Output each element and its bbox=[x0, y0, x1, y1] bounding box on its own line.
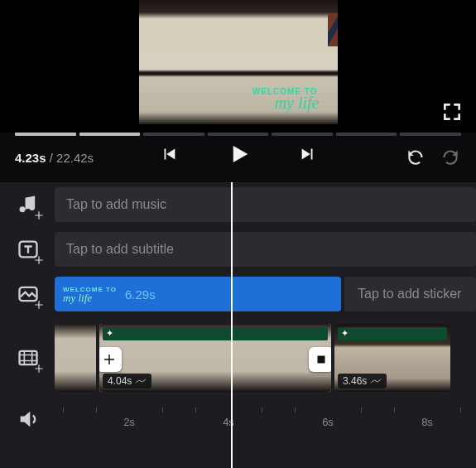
add-music-button[interactable] bbox=[10, 186, 46, 223]
sticker-add-area[interactable]: Tap to add sticker bbox=[344, 277, 476, 311]
video-lane: ✦ 4.04s ✦ 3.46s bbox=[55, 323, 476, 393]
sticker-placeholder: Tap to add sticker bbox=[358, 287, 461, 302]
clip-effect-bar bbox=[338, 327, 447, 340]
sticker-clip[interactable]: WELCOME TO my life 6.29s bbox=[55, 277, 341, 311]
video-clip-1[interactable]: ✦ 4.04s bbox=[99, 324, 331, 392]
skip-prev-icon bbox=[160, 145, 178, 163]
music-track-row: Tap to add music bbox=[0, 182, 476, 227]
ruler-label: 6s bbox=[322, 416, 334, 428]
time-ruler[interactable]: 2s 4s 6s 8s bbox=[55, 403, 476, 436]
video-editor-screen: WELCOME TO my life 4.23s / 22.42s bbox=[0, 0, 476, 468]
volume-button[interactable] bbox=[10, 401, 46, 437]
ease-curve-icon bbox=[370, 377, 382, 385]
play-button[interactable] bbox=[224, 139, 253, 169]
sticker-clip-thumbnail: WELCOME TO my life bbox=[63, 286, 117, 302]
watermark-text-2: my life bbox=[275, 94, 320, 113]
fullscreen-icon bbox=[441, 101, 463, 123]
sticker-clip-duration: 6.29s bbox=[125, 287, 156, 302]
trim-handle-right[interactable] bbox=[309, 347, 331, 372]
preview-frame[interactable]: WELCOME TO my life bbox=[139, 0, 338, 124]
music-placeholder: Tap to add music bbox=[66, 197, 166, 212]
preview-content-decoration bbox=[328, 13, 338, 46]
star-icon: ✦ bbox=[106, 328, 113, 339]
fullscreen-button[interactable] bbox=[441, 101, 464, 124]
plus-badge-icon bbox=[33, 363, 43, 373]
video-track-row: ✦ 4.04s ✦ 3.46s bbox=[0, 316, 476, 399]
clip-duration-tag: 3.46s bbox=[338, 374, 387, 388]
star-icon: ✦ bbox=[341, 328, 349, 339]
video-clip-2[interactable]: ✦ 3.46s bbox=[334, 324, 450, 392]
transport-bar: 4.23s / 22.42s bbox=[0, 133, 476, 182]
music-lane[interactable]: Tap to add music bbox=[55, 187, 476, 222]
stop-icon bbox=[314, 352, 329, 367]
svg-rect-3 bbox=[318, 356, 325, 364]
prev-frame-button[interactable] bbox=[154, 139, 184, 169]
plus-badge-icon bbox=[33, 254, 43, 264]
redo-icon bbox=[440, 146, 461, 167]
tracks-panel: Tap to add music Tap to add subtitle WEL… bbox=[0, 182, 476, 468]
add-video-button[interactable] bbox=[10, 340, 46, 376]
sticker-lane: WELCOME TO my life 6.29s Tap to add stic… bbox=[55, 277, 476, 311]
plus-badge-icon bbox=[33, 210, 43, 220]
undo-button[interactable] bbox=[403, 144, 428, 169]
volume-ruler-row: 2s 4s 6s 8s bbox=[0, 399, 476, 439]
plus-badge-icon bbox=[33, 299, 43, 309]
ruler-label: 4s bbox=[223, 416, 234, 428]
trim-handle-left[interactable] bbox=[99, 347, 122, 372]
subtitle-track-row: Tap to add subtitle bbox=[0, 227, 476, 272]
preview-area: WELCOME TO my life bbox=[0, 0, 476, 133]
add-sticker-button[interactable] bbox=[10, 276, 46, 312]
video-clip-prev-tail[interactable] bbox=[55, 324, 96, 392]
ease-curve-icon bbox=[135, 377, 147, 385]
clip-duration-tag: 4.04s bbox=[103, 374, 151, 388]
clip-effect-bar bbox=[103, 327, 328, 340]
skip-next-icon bbox=[299, 145, 317, 163]
timeline-chapter-marks bbox=[0, 133, 476, 138]
add-subtitle-button[interactable] bbox=[10, 231, 46, 268]
ruler-label: 8s bbox=[421, 416, 433, 428]
redo-button[interactable] bbox=[438, 144, 463, 169]
subtitle-lane[interactable]: Tap to add subtitle bbox=[55, 232, 476, 267]
sticker-track-row: WELCOME TO my life 6.29s Tap to add stic… bbox=[0, 272, 476, 316]
subtitle-placeholder: Tap to add subtitle bbox=[66, 242, 174, 257]
undo-icon bbox=[405, 146, 426, 167]
ruler-label: 2s bbox=[123, 416, 135, 428]
plus-icon bbox=[102, 352, 117, 367]
volume-icon bbox=[17, 408, 40, 431]
play-icon bbox=[226, 142, 251, 166]
next-frame-button[interactable] bbox=[293, 139, 323, 169]
